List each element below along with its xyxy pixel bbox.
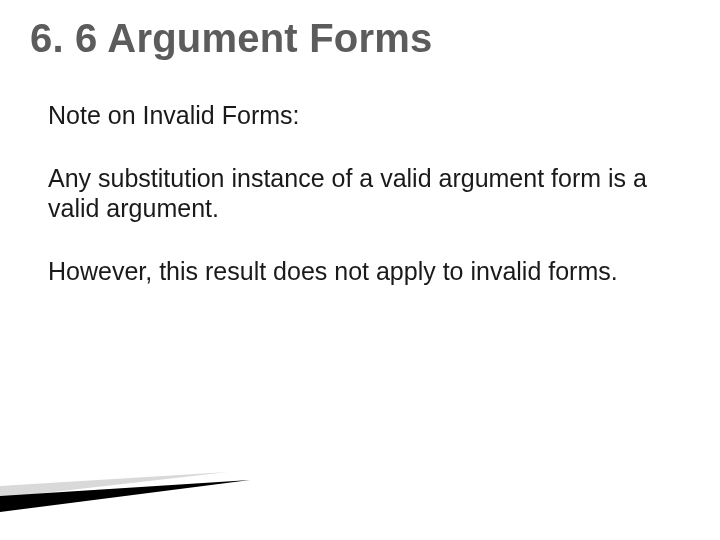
slide-title: 6. 6 Argument Forms	[30, 16, 690, 60]
decorative-wedge	[0, 472, 260, 512]
svg-marker-1	[0, 480, 250, 512]
slide-body: Note on Invalid Forms: Any substitution …	[48, 100, 672, 318]
slide: 6. 6 Argument Forms Note on Invalid Form…	[0, 0, 720, 540]
svg-marker-0	[0, 472, 228, 498]
body-paragraph-1: Note on Invalid Forms:	[48, 100, 672, 131]
body-paragraph-2: Any substitution instance of a valid arg…	[48, 163, 672, 224]
body-paragraph-3: However, this result does not apply to i…	[48, 256, 672, 287]
